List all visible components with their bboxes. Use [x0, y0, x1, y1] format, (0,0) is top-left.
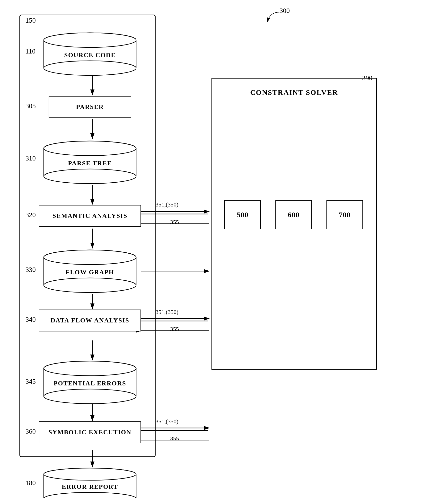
flow-graph-node: FLOW GRAPH: [39, 249, 141, 294]
svg-text:SOURCE CODE: SOURCE CODE: [64, 51, 116, 59]
ref-340: 340: [26, 316, 36, 323]
sub-box-500: 500: [224, 200, 261, 229]
ref-320: 320: [26, 211, 36, 219]
svg-point-31: [44, 169, 136, 183]
arrow-label-355-2: 355: [170, 326, 179, 332]
sub-box-600: 600: [275, 200, 312, 229]
source-code-node: SOURCE CODE: [39, 32, 141, 77]
data-flow-analysis-node: DATA FLOW ANALYSIS: [39, 310, 141, 332]
arrow-label-355-3: 355: [170, 435, 179, 442]
svg-point-45: [44, 389, 136, 404]
ref-330: 330: [26, 266, 36, 274]
arrow-label-351-350-1: 351,(350): [156, 201, 178, 208]
svg-point-53: [44, 468, 136, 480]
constraint-solver-label: CONSTRAINT SOLVER: [250, 88, 338, 97]
svg-text:PARSE TREE: PARSE TREE: [68, 160, 112, 167]
error-report-node: ERROR REPORT: [39, 467, 141, 498]
svg-point-38: [44, 278, 136, 293]
arrow-label-351-350-3: 351,(350): [156, 418, 178, 425]
svg-point-39: [44, 250, 136, 265]
semantic-analysis-node: SEMANTIC ANALYSIS: [39, 205, 141, 227]
parser-node: PARSER: [49, 96, 131, 118]
ref-110: 110: [26, 48, 35, 55]
svg-text:POTENTIAL ERRORS: POTENTIAL ERRORS: [54, 380, 127, 387]
ref-310: 310: [26, 154, 36, 162]
ref-180: 180: [26, 479, 36, 487]
svg-point-25: [44, 33, 136, 48]
symbolic-execution-node: SYMBOLIC EXECUTION: [39, 421, 141, 443]
sub-box-700: 700: [326, 200, 363, 229]
ref-305: 305: [26, 102, 36, 110]
ref-360: 360: [26, 428, 36, 435]
svg-text:ERROR REPORT: ERROR REPORT: [62, 483, 118, 490]
svg-point-24: [44, 61, 136, 75]
potential-errors-node: POTENTIAL ERRORS: [39, 360, 141, 405]
arrow-label-355-1: 355: [170, 219, 179, 225]
svg-point-46: [44, 361, 136, 376]
arrow-label-351-350-2: 351,(350): [156, 309, 178, 315]
svg-text:FLOW GRAPH: FLOW GRAPH: [66, 269, 114, 276]
constraint-solver-box: CONSTRAINT SOLVER 500 600 700: [211, 78, 377, 370]
ref-345: 345: [26, 378, 36, 385]
parse-tree-node: PARSE TREE: [39, 140, 141, 185]
svg-point-32: [44, 141, 136, 156]
